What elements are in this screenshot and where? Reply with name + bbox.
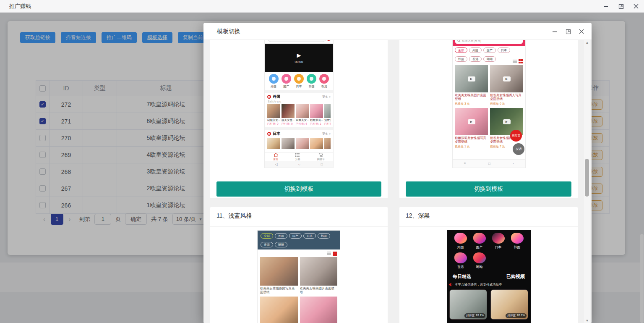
video-time: 00:00 [295, 60, 303, 64]
template-card-a: 请输入搜索关键词 ● ▶ 00:00 外国国产日本韩国香港 外国 更多 > [210, 40, 388, 198]
menu-icon[interactable]: ≡ [464, 162, 466, 165]
filter-chip[interactable]: 韩国 [318, 233, 330, 239]
video-thumb[interactable]: 好评度: 83.1% [490, 289, 528, 320]
dark-headings: 每日精选 已购视频 [447, 272, 531, 280]
category-item[interactable]: 日本 [489, 233, 508, 249]
grid-view-icon[interactable] [519, 59, 523, 63]
filter-chip[interactable]: 香港 [469, 56, 482, 62]
list-item[interactable] [310, 138, 323, 149]
item-title: 短发美女… [324, 118, 331, 122]
category-bubble[interactable]: 外国 [269, 74, 279, 89]
category-bubble[interactable]: 香港 [319, 74, 329, 89]
video-card[interactable]: ▶短发美女性感诱人写真桌面壁纸已播放 0 次 [490, 65, 523, 106]
scroll-up-icon[interactable]: ▲ [584, 40, 590, 45]
category-item[interactable]: 国产 [470, 233, 489, 249]
list-item[interactable] [267, 138, 280, 149]
list-item[interactable] [324, 138, 331, 149]
category-icon [511, 233, 524, 244]
video-thumb: ▶ [455, 108, 488, 135]
filter-chip[interactable]: 日本 [303, 233, 316, 239]
list-view-icon[interactable] [327, 252, 331, 255]
item-meta: 已打赏: 4 [296, 122, 309, 126]
reward-float-button[interactable]: 已打赏 [510, 130, 522, 142]
video-card[interactable]: ▶短发美女性感诱人写真桌面壁纸已播放 7 次 [490, 108, 523, 149]
video-card[interactable] [300, 297, 338, 323]
preview-b-searchbar: 欧美大片[推荐] [453, 40, 525, 46]
home-circle-icon[interactable]: ○ [298, 163, 300, 166]
modal-close-icon[interactable] [577, 27, 586, 36]
modal-scrollbar-thumb[interactable] [585, 159, 589, 197]
back-icon[interactable]: ‹ [513, 162, 514, 165]
tab-分类[interactable]: 分类 [295, 153, 300, 161]
filter-chip[interactable]: 呦呦 [483, 56, 496, 62]
home-square-icon[interactable]: □ [488, 162, 490, 165]
filter-chip[interactable]: 国产 [483, 47, 496, 53]
home-icon [274, 153, 278, 157]
list-item[interactable]: 粉嫩萝莉…已打赏: 1 [310, 104, 323, 126]
back-icon[interactable]: ◁ [275, 163, 278, 166]
recent-icon[interactable]: □ [321, 163, 323, 166]
category-icon [307, 74, 316, 84]
report-float-button[interactable]: 投诉 [513, 143, 524, 155]
category-label: 日本 [296, 84, 302, 89]
purchased-videos-heading[interactable]: 已购视频 [506, 273, 525, 280]
template-switch-modal: 模板切换 请输入搜索关键词 [203, 23, 592, 323]
android-navbar: ≡□‹ [453, 159, 525, 168]
thumb-image [324, 138, 331, 149]
filter-chip[interactable]: 韩国 [455, 56, 467, 62]
list-item[interactable]: 短发美女…已打赏: 0 [324, 104, 331, 126]
switch-template-button[interactable]: 切换到模板 [406, 181, 571, 197]
video-card[interactable]: ▶欧美美女唯美图片桌面壁纸已播放 3 次 [455, 65, 488, 106]
item-title: 靓美女生… [282, 118, 295, 122]
category-item[interactable]: 呦呦 [470, 252, 489, 269]
minimize-icon[interactable] [601, 2, 610, 11]
modal-scrollbar[interactable]: ▲ ▼ [584, 40, 590, 323]
filter-chip[interactable]: 日本 [498, 47, 510, 53]
thumb-image [282, 138, 295, 149]
video-card[interactable]: 欧美美女唯美图片桌面壁纸 [300, 257, 338, 294]
filter-chip[interactable]: 外国 [469, 47, 482, 53]
cart-icon [318, 153, 323, 157]
video-card[interactable] [260, 297, 298, 323]
video-thumb: ▶ [455, 65, 488, 92]
category-bubble[interactable]: 韩国 [307, 74, 316, 89]
template-card-12: 12、深黑 外国国产日本韩国香港呦呦 每日精选 已购视频 本平台诚信经营，若支付… [399, 207, 578, 323]
category-label: 香港 [321, 84, 327, 89]
list-item[interactable] [296, 138, 309, 149]
search-input: 欧美大片[推荐] [455, 40, 523, 44]
category-bubble[interactable]: 日本 [294, 74, 304, 89]
list-item[interactable]: 白嫩美女…已打赏: 4 [296, 104, 309, 126]
filter-chip[interactable]: 全部 [455, 47, 467, 53]
category-icon [454, 233, 467, 244]
filter-chip[interactable]: 香港 [261, 242, 273, 247]
video-card[interactable]: 欧美美女性感妖娆写真桌面壁纸 [260, 257, 298, 294]
category-item[interactable]: 外国 [451, 233, 470, 249]
close-icon[interactable] [631, 2, 641, 11]
grid-view-icon[interactable] [333, 252, 337, 256]
video-card[interactable]: ▶粉嫩萝莉美女性感写真桌面壁纸已播放 1 次 [455, 108, 488, 149]
list-item[interactable]: 制服美女…已打赏: 0 [267, 104, 280, 126]
list-view-icon[interactable] [513, 60, 517, 63]
modal-minimize-icon[interactable] [550, 27, 559, 36]
filter-chip[interactable]: 呦呦 [275, 242, 287, 247]
video-thumb[interactable]: 好评度: 83.1% [449, 289, 487, 320]
category-item[interactable]: 香港 [451, 252, 470, 269]
play-badge-icon: ▶ [503, 76, 511, 81]
switch-template-button[interactable]: 切换到模板 [216, 181, 381, 197]
list-item[interactable]: 靓美女生…已打赏: 0 [282, 104, 295, 126]
filter-chip[interactable]: 外国 [275, 233, 287, 239]
modal-maximize-icon[interactable] [564, 27, 572, 36]
tab-首页[interactable]: 首页 [273, 153, 278, 161]
filter-chip[interactable]: 全部 [261, 233, 273, 239]
maximize-icon[interactable] [616, 2, 626, 11]
scroll-down-icon[interactable]: ▼ [584, 318, 590, 323]
template-label: 11、浅蓝风格 [216, 212, 252, 220]
category-item[interactable]: 韩国 [508, 233, 527, 249]
category-icon [295, 153, 300, 157]
list-item[interactable] [282, 138, 295, 149]
tab-购物车[interactable]: 购物车 [317, 153, 325, 161]
app-screen: 推广赚钱 获取总链接抖音短连接推广二维码模板选择复制当前 ID [0, 0, 644, 323]
category-icon [294, 74, 304, 84]
category-bubble[interactable]: 国产 [282, 74, 291, 89]
filter-chip[interactable]: 国产 [289, 233, 302, 239]
